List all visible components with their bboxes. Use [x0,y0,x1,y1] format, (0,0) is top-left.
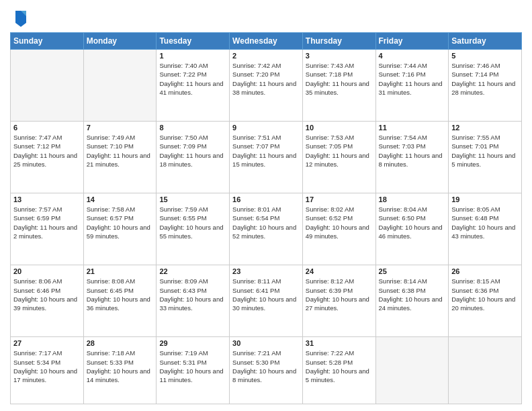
calendar-cell: 16Sunrise: 8:01 AMSunset: 6:54 PMDayligh… [230,193,303,265]
day-number: 27 [13,339,81,347]
weekday-header-wednesday: Wednesday [230,33,303,50]
day-info: Sunrise: 7:47 AMSunset: 7:12 PMDaylight:… [13,133,81,169]
week-row-4: 27Sunrise: 7:17 AMSunset: 5:34 PMDayligh… [11,337,522,404]
day-number: 1 [159,52,226,60]
day-number: 12 [451,124,519,132]
day-number: 13 [13,195,81,203]
calendar-cell [375,337,449,404]
day-info: Sunrise: 8:01 AMSunset: 6:54 PMDaylight:… [232,205,300,240]
calendar-cell: 20Sunrise: 8:06 AMSunset: 6:46 PMDayligh… [11,265,84,337]
day-info: Sunrise: 7:22 AMSunset: 5:28 PMDaylight:… [306,349,373,384]
day-number: 10 [306,124,373,132]
day-number: 6 [13,124,81,132]
weekday-header-sunday: Sunday [11,33,84,50]
day-info: Sunrise: 7:17 AMSunset: 5:34 PMDaylight:… [13,349,81,384]
day-number: 28 [87,339,154,347]
calendar-cell: 31Sunrise: 7:22 AMSunset: 5:28 PMDayligh… [302,337,375,404]
day-info: Sunrise: 7:19 AMSunset: 5:31 PMDaylight:… [159,349,226,384]
weekday-header-thursday: Thursday [302,33,375,50]
calendar-cell: 26Sunrise: 8:15 AMSunset: 6:36 PMDayligh… [449,265,522,337]
header [10,7,522,27]
calendar-cell: 13Sunrise: 7:57 AMSunset: 6:59 PMDayligh… [11,193,84,265]
day-info: Sunrise: 7:50 AMSunset: 7:09 PMDaylight:… [159,133,226,169]
day-info: Sunrise: 8:06 AMSunset: 6:46 PMDaylight:… [13,277,81,312]
day-number: 11 [379,124,446,132]
day-number: 25 [379,267,446,275]
day-number: 8 [159,124,226,132]
day-info: Sunrise: 7:58 AMSunset: 6:57 PMDaylight:… [87,205,154,240]
calendar-cell: 5Sunrise: 7:46 AMSunset: 7:14 PMDaylight… [449,50,522,122]
calendar-cell: 7Sunrise: 7:49 AMSunset: 7:10 PMDaylight… [83,122,157,193]
week-row-3: 20Sunrise: 8:06 AMSunset: 6:46 PMDayligh… [11,265,522,337]
weekday-header-saturday: Saturday [449,33,522,50]
calendar-cell [83,50,157,122]
day-info: Sunrise: 7:18 AMSunset: 5:33 PMDaylight:… [87,349,154,384]
day-number: 23 [232,267,300,275]
day-info: Sunrise: 7:21 AMSunset: 5:30 PMDaylight:… [232,349,300,384]
day-info: Sunrise: 8:02 AMSunset: 6:52 PMDaylight:… [306,205,373,240]
weekday-header-friday: Friday [375,33,449,50]
day-info: Sunrise: 7:54 AMSunset: 7:03 PMDaylight:… [379,133,446,169]
day-number: 3 [306,52,373,60]
day-info: Sunrise: 7:59 AMSunset: 6:55 PMDaylight:… [159,205,226,240]
day-number: 16 [232,195,300,203]
week-row-2: 13Sunrise: 7:57 AMSunset: 6:59 PMDayligh… [11,193,522,265]
day-info: Sunrise: 8:09 AMSunset: 6:43 PMDaylight:… [159,277,226,312]
week-row-0: 1Sunrise: 7:40 AMSunset: 7:22 PMDaylight… [11,50,522,122]
day-number: 24 [306,267,373,275]
page: SundayMondayTuesdayWednesdayThursdayFrid… [0,0,532,411]
week-row-1: 6Sunrise: 7:47 AMSunset: 7:12 PMDaylight… [11,122,522,193]
day-info: Sunrise: 8:08 AMSunset: 6:45 PMDaylight:… [87,277,154,312]
calendar-cell: 18Sunrise: 8:04 AMSunset: 6:50 PMDayligh… [375,193,449,265]
day-info: Sunrise: 8:05 AMSunset: 6:48 PMDaylight:… [451,205,519,240]
day-number: 18 [379,195,446,203]
calendar-table: SundayMondayTuesdayWednesdayThursdayFrid… [10,32,522,404]
day-number: 19 [451,195,519,203]
weekday-header-monday: Monday [83,33,157,50]
calendar-cell: 19Sunrise: 8:05 AMSunset: 6:48 PMDayligh… [449,193,522,265]
day-number: 20 [13,267,81,275]
day-info: Sunrise: 8:15 AMSunset: 6:36 PMDaylight:… [451,277,519,312]
day-number: 17 [306,195,373,203]
day-info: Sunrise: 7:51 AMSunset: 7:07 PMDaylight:… [232,133,300,169]
calendar-cell [11,50,84,122]
calendar-cell: 27Sunrise: 7:17 AMSunset: 5:34 PMDayligh… [11,337,84,404]
day-info: Sunrise: 7:42 AMSunset: 7:20 PMDaylight:… [232,61,300,97]
weekday-header-tuesday: Tuesday [157,33,230,50]
calendar-cell: 3Sunrise: 7:43 AMSunset: 7:18 PMDaylight… [302,50,375,122]
calendar-cell: 30Sunrise: 7:21 AMSunset: 5:30 PMDayligh… [230,337,303,404]
day-info: Sunrise: 7:40 AMSunset: 7:22 PMDaylight:… [159,61,226,97]
day-info: Sunrise: 8:04 AMSunset: 6:50 PMDaylight:… [379,205,446,240]
calendar-cell: 25Sunrise: 8:14 AMSunset: 6:38 PMDayligh… [375,265,449,337]
calendar-cell: 15Sunrise: 7:59 AMSunset: 6:55 PMDayligh… [157,193,230,265]
calendar-cell: 14Sunrise: 7:58 AMSunset: 6:57 PMDayligh… [83,193,157,265]
day-info: Sunrise: 8:11 AMSunset: 6:41 PMDaylight:… [232,277,300,312]
day-info: Sunrise: 7:49 AMSunset: 7:10 PMDaylight:… [87,133,154,169]
calendar-cell: 23Sunrise: 8:11 AMSunset: 6:41 PMDayligh… [230,265,303,337]
day-number: 31 [306,339,373,347]
day-number: 26 [451,267,519,275]
day-number: 15 [159,195,226,203]
calendar-cell: 21Sunrise: 8:08 AMSunset: 6:45 PMDayligh… [83,265,157,337]
day-info: Sunrise: 7:43 AMSunset: 7:18 PMDaylight:… [306,61,373,97]
day-number: 14 [87,195,154,203]
day-number: 22 [159,267,226,275]
day-info: Sunrise: 7:57 AMSunset: 6:59 PMDaylight:… [13,205,81,240]
calendar-cell [449,337,522,404]
day-number: 4 [379,52,446,60]
day-number: 2 [232,52,300,60]
day-number: 9 [232,124,300,132]
day-info: Sunrise: 8:14 AMSunset: 6:38 PMDaylight:… [379,277,446,312]
day-number: 30 [232,339,300,347]
calendar-cell: 9Sunrise: 7:51 AMSunset: 7:07 PMDaylight… [230,122,303,193]
day-number: 7 [87,124,154,132]
calendar-cell: 24Sunrise: 8:12 AMSunset: 6:39 PMDayligh… [302,265,375,337]
day-number: 21 [87,267,154,275]
day-info: Sunrise: 7:44 AMSunset: 7:16 PMDaylight:… [379,61,446,97]
logo [10,9,29,27]
calendar-cell: 1Sunrise: 7:40 AMSunset: 7:22 PMDaylight… [157,50,230,122]
calendar-cell: 28Sunrise: 7:18 AMSunset: 5:33 PMDayligh… [83,337,157,404]
calendar-cell: 29Sunrise: 7:19 AMSunset: 5:31 PMDayligh… [157,337,230,404]
calendar-cell: 12Sunrise: 7:55 AMSunset: 7:01 PMDayligh… [449,122,522,193]
calendar-cell: 10Sunrise: 7:53 AMSunset: 7:05 PMDayligh… [302,122,375,193]
